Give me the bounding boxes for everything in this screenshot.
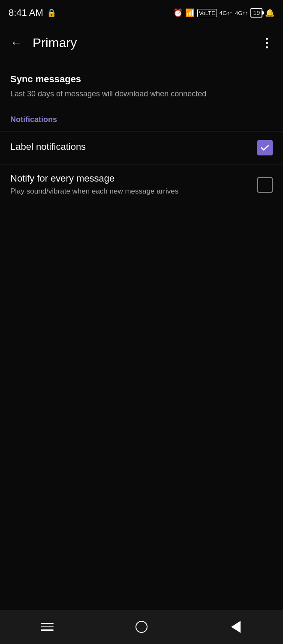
notify-every-message-description: Play sound/vibrate when each new message… — [10, 186, 250, 197]
sync-title: Sync messages — [10, 74, 273, 85]
hamburger-icon — [41, 623, 54, 631]
volte-icon: VoLTE — [197, 9, 217, 17]
label-notifications-title: Label notifications — [10, 141, 250, 152]
alarm-icon: ⏰ — [173, 8, 183, 18]
back-arrow-icon: ← — [10, 36, 22, 50]
nav-back-button[interactable] — [219, 614, 253, 640]
notify-every-message-row[interactable]: Notify for every message Play sound/vibr… — [0, 164, 283, 206]
home-circle-icon — [135, 621, 148, 633]
lock-icon: 🔒 — [47, 8, 56, 18]
label-notifications-checkbox[interactable] — [257, 140, 273, 155]
three-dots-icon — [266, 38, 268, 48]
sync-section: Sync messages Last 30 days of messages w… — [0, 60, 283, 112]
status-icons: ⏰ 📶 VoLTE 4G↑↑ 4G↑↑ 19 🔔 — [173, 8, 274, 18]
nav-home-button[interactable] — [124, 614, 159, 640]
signal-4g-icon: 4G↑↑ — [220, 10, 232, 16]
notify-every-message-content: Notify for every message Play sound/vibr… — [10, 173, 257, 197]
notifications-section-header: Notifications — [0, 112, 283, 131]
notifications-label: Notifications — [10, 115, 57, 124]
back-button[interactable]: ← — [7, 33, 26, 52]
notify-every-message-title: Notify for every message — [10, 173, 250, 184]
notify-every-message-checkbox[interactable] — [257, 177, 273, 193]
nav-menu-button[interactable] — [30, 614, 64, 640]
checkmark-icon — [260, 143, 270, 153]
app-bar: ← Primary — [0, 26, 283, 60]
sync-description: Last 30 days of messages will download w… — [10, 88, 273, 100]
bottom-navigation — [0, 610, 283, 644]
page-title: Primary — [33, 36, 250, 50]
wifi-icon: 📶 — [185, 8, 195, 18]
status-bar: 8:41 AM 🔒 ⏰ 📶 VoLTE 4G↑↑ 4G↑↑ 19 🔔 — [0, 0, 283, 26]
more-options-button[interactable] — [257, 33, 276, 52]
label-notifications-row[interactable]: Label notifications — [0, 131, 283, 164]
data-icon: 🔔 — [265, 8, 274, 18]
label-notifications-content: Label notifications — [10, 141, 257, 154]
back-triangle-icon — [231, 621, 241, 633]
status-time: 8:41 AM 🔒 — [9, 7, 56, 18]
battery-icon: 19 — [250, 8, 262, 18]
signal-4g-2-icon: 4G↑↑ — [235, 10, 248, 16]
